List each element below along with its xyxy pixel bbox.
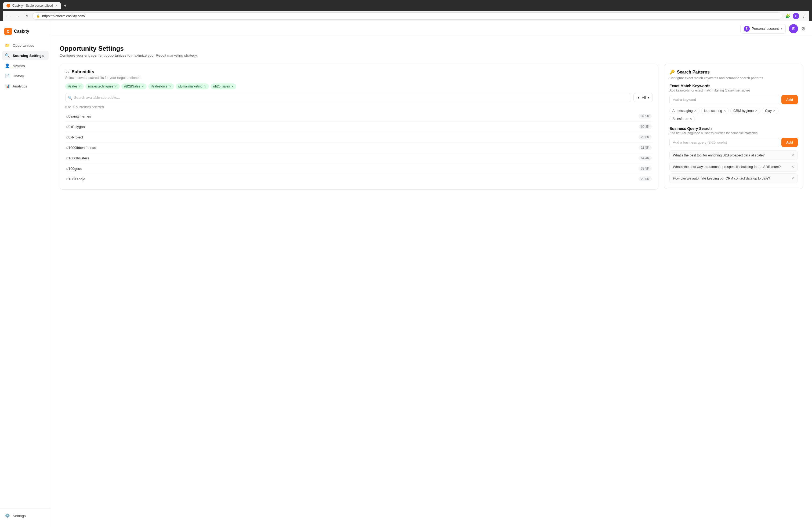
- sidebar-label-avatars: Avatars: [13, 64, 25, 68]
- cards-row: 🗨 Subreddits Select relevant subreddits …: [60, 64, 803, 190]
- search-patterns-subtitle: Configure exact match keywords and seman…: [669, 76, 798, 80]
- keyword-remove-crm-hygiene[interactable]: ✕: [755, 109, 757, 113]
- subreddits-title: Subreddits: [72, 70, 94, 74]
- sidebar-label-sourcing-settings: Sourcing Settings: [13, 54, 44, 58]
- selected-subreddits-tags: r/sales ✕ r/salestechniques ✕ r/B2BSales…: [65, 84, 653, 89]
- search-icon: 🔍: [68, 95, 72, 100]
- subreddits-subtitle: Select relevant subreddits for your targ…: [65, 76, 653, 80]
- tag-label: r/salesforce: [151, 85, 168, 88]
- query-input[interactable]: [669, 138, 779, 147]
- query-remove-3[interactable]: ✕: [791, 176, 794, 180]
- tag-r-salestechniques[interactable]: r/salestechniques ✕: [85, 84, 119, 89]
- subreddit-row[interactable]: r/0xProject 20.8K: [65, 132, 653, 142]
- subreddits-list: r/0sanitymemes 32.5K r/0xPolygon 60.3K r…: [65, 111, 653, 184]
- tag-r-b2b-sales[interactable]: r/b2b_sales ✕: [211, 84, 236, 89]
- subreddit-name: r/1000lbbestfriends: [66, 146, 96, 150]
- tag-label: r/b2b_sales: [213, 85, 230, 88]
- lock-icon: 🔒: [36, 14, 40, 18]
- tag-r-emailmarketing[interactable]: r/Emailmarketing ✕: [176, 84, 209, 89]
- subreddit-name: r/100gecs: [66, 167, 82, 171]
- sidebar-item-avatars[interactable]: 👤 Avatars: [2, 61, 48, 71]
- tag-r-salesforce[interactable]: r/salesforce ✕: [148, 84, 174, 89]
- top-settings-icon[interactable]: ⚙: [801, 26, 806, 32]
- logo-text: Casixty: [14, 29, 29, 34]
- keyword-remove-salesforce[interactable]: ✕: [690, 117, 692, 121]
- tag-remove-r-sales[interactable]: ✕: [79, 85, 81, 88]
- tab-title: Casixty - Scale personalized: [12, 4, 53, 7]
- tag-r-b2bsales[interactable]: r/B2BSales ✕: [121, 84, 147, 89]
- chart-icon: 📊: [5, 84, 10, 89]
- subreddit-count: 32.5K: [639, 114, 652, 119]
- user-avatar[interactable]: E: [789, 24, 798, 33]
- keyword-remove-ai-messaging[interactable]: ✕: [694, 109, 697, 113]
- add-keyword-button[interactable]: Add: [781, 95, 798, 104]
- tag-remove-r-emailmarketing[interactable]: ✕: [204, 85, 206, 88]
- search-circle-icon: 🔍: [5, 53, 10, 58]
- back-button[interactable]: ←: [5, 13, 12, 19]
- subreddits-search-input[interactable]: [65, 93, 631, 102]
- subreddit-row[interactable]: r/1000lbsisters 64.4K: [65, 153, 653, 163]
- url-text: https://platform.casixty.com/: [42, 14, 85, 18]
- forward-button[interactable]: →: [14, 13, 21, 19]
- subreddit-name: r/0xProject: [66, 135, 83, 139]
- subreddit-row[interactable]: r/100gecs 39.5K: [65, 163, 653, 174]
- sidebar-item-analytics[interactable]: 📊 Analytics: [2, 81, 48, 91]
- filter-icon: ▼: [637, 95, 640, 100]
- filter-label: All: [642, 95, 646, 100]
- query-remove-1[interactable]: ✕: [791, 153, 794, 157]
- subreddit-row[interactable]: r/1000lbbestfriends 13.5K: [65, 142, 653, 153]
- filter-button[interactable]: ▼ All ▾: [634, 93, 653, 102]
- tag-remove-r-b2bsales[interactable]: ✕: [142, 85, 144, 88]
- add-query-button[interactable]: Add: [781, 138, 798, 147]
- filter-chevron-icon: ▾: [648, 95, 649, 100]
- keyword-tag-clay[interactable]: Clay ✕: [762, 108, 779, 114]
- tag-remove-r-b2b-sales[interactable]: ✕: [231, 85, 234, 88]
- sidebar-item-opportunities[interactable]: 📁 Opportunities: [2, 41, 48, 50]
- browser-menu-button[interactable]: ⋮: [801, 13, 807, 19]
- keyword-tag-crm-hygiene[interactable]: CRM hygiene ✕: [730, 108, 760, 114]
- keyword-remove-clay[interactable]: ✕: [773, 109, 775, 113]
- subreddit-name: r/0xPolygon: [66, 125, 85, 129]
- reload-button[interactable]: ↻: [24, 13, 30, 19]
- keyword-tag-salesforce[interactable]: Salesforce ✕: [669, 116, 695, 122]
- active-tab[interactable]: Casixty - Scale personalized ✕: [3, 2, 61, 9]
- sidebar-item-settings[interactable]: ⚙️ Settings: [2, 511, 48, 521]
- business-query-desc: Add natural language buisness queries fo…: [669, 131, 798, 135]
- tab-close-button[interactable]: ✕: [55, 4, 57, 7]
- account-avatar: E: [744, 26, 750, 32]
- tag-remove-r-salesforce[interactable]: ✕: [169, 85, 171, 88]
- subreddits-search-bar: 🔍 ▼ All ▾: [65, 93, 653, 102]
- search-patterns-card: 🔑 Search Patterns Configure exact match …: [664, 64, 803, 189]
- keyword-tag-ai-messaging[interactable]: AI messaging ✕: [669, 108, 699, 114]
- subreddit-count: 64.4K: [639, 156, 652, 161]
- keyword-label: CRM hygiene: [733, 109, 754, 113]
- subreddit-name: r/100Kanojo: [66, 177, 85, 181]
- sidebar: C Casixty 📁 Opportunities 🔍 Sourcing Set…: [0, 21, 51, 527]
- account-selector[interactable]: E Personal account ▾: [740, 24, 786, 33]
- sidebar-item-history[interactable]: 📄 History: [2, 71, 48, 81]
- exact-match-label: Exact Match Keywords: [669, 84, 798, 88]
- new-tab-button[interactable]: +: [62, 2, 69, 9]
- sidebar-label-opportunities: Opportunities: [13, 44, 34, 47]
- gear-icon: ⚙️: [5, 513, 10, 518]
- subreddit-row[interactable]: r/0xPolygon 60.3K: [65, 122, 653, 132]
- tag-r-sales[interactable]: r/sales ✕: [65, 84, 84, 89]
- extensions-button[interactable]: 🧩: [784, 13, 791, 19]
- sidebar-bottom: ⚙️ Settings: [0, 509, 51, 523]
- keyword-remove-lead-scoring[interactable]: ✕: [723, 109, 726, 113]
- search-patterns-header: 🔑 Search Patterns: [669, 70, 798, 75]
- browser-profile[interactable]: E: [793, 13, 799, 19]
- query-item-2: What's the best way to automate prospect…: [669, 162, 798, 172]
- sidebar-label-history: History: [13, 74, 24, 78]
- keyword-input[interactable]: [669, 95, 779, 104]
- subreddit-row[interactable]: r/0sanitymemes 32.5K: [65, 111, 653, 122]
- subreddit-name: r/0sanitymemes: [66, 114, 91, 118]
- keyword-tag-lead-scoring[interactable]: lead scoring ✕: [701, 108, 729, 114]
- query-text-3: How can we automate keeping our CRM cont…: [673, 177, 770, 180]
- subreddit-count: 60.3K: [639, 124, 652, 129]
- subreddit-row[interactable]: r/100Kanojo 20.0K: [65, 174, 653, 184]
- tag-remove-r-salestechniques[interactable]: ✕: [115, 85, 117, 88]
- query-remove-2[interactable]: ✕: [791, 165, 794, 169]
- sidebar-item-sourcing-settings[interactable]: 🔍 Sourcing Settings: [2, 51, 48, 60]
- address-bar[interactable]: 🔒 https://platform.casixty.com/: [32, 12, 782, 19]
